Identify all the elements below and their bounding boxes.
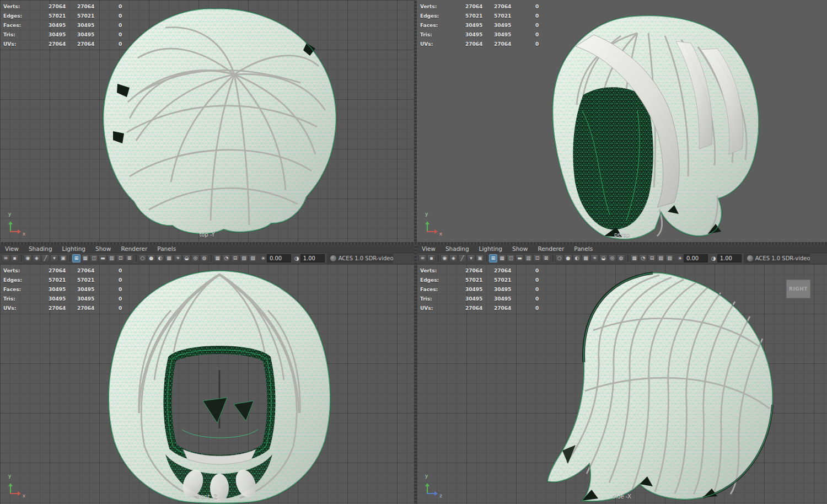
toolbar-separator[interactable]: [69, 255, 71, 262]
pin-panel-icon[interactable]: ▪: [10, 254, 19, 262]
resolution-gate-icon[interactable]: ◫: [90, 254, 98, 262]
isolate-select-icon[interactable]: ⊟: [648, 254, 656, 262]
motion-blur-icon[interactable]: ◍: [617, 254, 625, 262]
flat-shade-icon[interactable]: ◐: [573, 254, 581, 262]
grid-toggle-icon[interactable]: ⊞: [72, 254, 80, 262]
menu-item[interactable]: View: [417, 245, 441, 252]
image-plane-icon[interactable]: ▣: [476, 254, 484, 262]
viewport-persp[interactable]: Verts: 27064 27064 0 Edges: 57021 57021 …: [417, 0, 827, 242]
toolbar-separator[interactable]: [486, 255, 487, 262]
view-transform-select[interactable]: ACES 1.0 SDR-video (s: [327, 254, 393, 263]
bookmarks-icon[interactable]: ▾: [467, 254, 475, 262]
toolbar-separator[interactable]: [211, 255, 212, 262]
toolbar-separator[interactable]: [552, 255, 554, 262]
axis-gizmo[interactable]: y z: [422, 476, 441, 495]
image-plane-icon[interactable]: ▣: [59, 254, 67, 262]
wireframe-mode-icon[interactable]: ○: [138, 254, 147, 262]
menu-item[interactable]: Lighting: [57, 245, 90, 252]
bookmarks-icon[interactable]: ▾: [50, 254, 58, 262]
menu-item[interactable]: Panels: [152, 245, 181, 252]
panel-menu-icon[interactable]: ≡: [418, 254, 427, 262]
use-all-lights-icon[interactable]: ☀: [590, 254, 599, 262]
hud-row: UVs: 27064 27064 0: [420, 304, 539, 313]
viewport-front[interactable]: Verts: 27064 27064 0 Edges: 57021 57021 …: [0, 264, 414, 504]
safe-title-icon[interactable]: ⊠: [125, 254, 133, 262]
isolate-select-icon[interactable]: ⊟: [231, 254, 239, 262]
axis-gizmo[interactable]: y x: [422, 215, 441, 233]
menu-item[interactable]: Renderer: [533, 245, 569, 252]
menu-item[interactable]: Panels: [569, 245, 598, 252]
smooth-shade-icon[interactable]: ●: [147, 254, 155, 262]
hud-label: Verts:: [420, 2, 465, 12]
xray-joints-icon[interactable]: ▨: [665, 254, 674, 262]
exposure-field[interactable]: [684, 254, 708, 262]
axis-gizmo[interactable]: y x: [6, 476, 24, 495]
wireframe-mode-icon[interactable]: ○: [555, 254, 563, 262]
xray-joints-icon[interactable]: ▨: [249, 254, 257, 262]
pin-panel-icon[interactable]: ▪: [427, 254, 436, 262]
toolbar-separator[interactable]: [627, 255, 629, 262]
safe-action-icon[interactable]: ⊡: [533, 254, 541, 262]
menu-item[interactable]: Shading: [24, 245, 57, 252]
lock-camera-icon[interactable]: ◈: [449, 254, 458, 262]
hud-selected: 30495: [77, 294, 119, 304]
hud-extra: 0: [119, 2, 122, 12]
flat-shade-icon[interactable]: ◐: [156, 254, 164, 262]
grid-toggle-icon[interactable]: ⊞: [489, 254, 497, 262]
lock-camera-icon[interactable]: ◈: [33, 254, 41, 262]
xray-icon[interactable]: ▧: [657, 254, 665, 262]
panel-menu-icon[interactable]: ≡: [2, 254, 10, 262]
dof-icon[interactable]: ◔: [639, 254, 647, 262]
ssao-icon[interactable]: ◎: [191, 254, 200, 262]
motion-blur-icon[interactable]: ◍: [200, 254, 208, 262]
menu-item[interactable]: Show: [90, 245, 116, 252]
use-all-lights-icon[interactable]: ☀: [174, 254, 182, 262]
camera-attributes-icon[interactable]: ╱: [458, 254, 466, 262]
multisample-icon[interactable]: ▦: [213, 254, 222, 262]
viewport-side[interactable]: Verts: 27064 27064 0 Edges: 57021 57021 …: [417, 264, 827, 504]
hud-extra: 0: [119, 40, 122, 49]
gate-mask-icon[interactable]: ▬: [99, 254, 107, 262]
select-camera-icon[interactable]: ◉: [441, 254, 449, 262]
hud-extra: 0: [119, 266, 122, 276]
hud-selected: 27064: [494, 2, 535, 12]
menu-item[interactable]: Show: [507, 245, 533, 252]
ssao-icon[interactable]: ◎: [608, 254, 616, 262]
viewport-top[interactable]: Verts: 27064 27064 0 Edges: 57021 57021 …: [0, 0, 414, 242]
xray-icon[interactable]: ▧: [240, 254, 248, 262]
toolbar-separator[interactable]: [136, 255, 137, 262]
toolbar-separator[interactable]: [21, 255, 22, 262]
exposure-field[interactable]: [267, 254, 291, 262]
gate-mask-icon[interactable]: ▬: [515, 254, 524, 262]
smooth-shade-icon[interactable]: ●: [564, 254, 572, 262]
shadows-icon[interactable]: ◒: [599, 254, 608, 262]
menu-item[interactable]: Lighting: [474, 245, 507, 252]
dof-icon[interactable]: ◔: [222, 254, 230, 262]
view-transform-select[interactable]: ACES 1.0 SDR-video (s: [744, 254, 810, 263]
film-gate-icon[interactable]: ▦: [498, 254, 506, 262]
menu-item[interactable]: Renderer: [116, 245, 152, 252]
menu-item[interactable]: View: [0, 245, 24, 252]
textured-mode-icon[interactable]: ▩: [582, 254, 590, 262]
axis-gizmo[interactable]: y x: [6, 215, 24, 233]
safe-action-icon[interactable]: ⊡: [116, 254, 125, 262]
field-chart-icon[interactable]: ▥: [108, 254, 116, 262]
camera-attributes-icon[interactable]: ╱: [41, 254, 50, 262]
gamma-field[interactable]: [300, 254, 325, 262]
hud-total: 30495: [49, 30, 77, 40]
gamma-field[interactable]: [717, 254, 742, 262]
film-gate-icon[interactable]: ▦: [81, 254, 89, 262]
textured-mode-icon[interactable]: ▩: [165, 254, 173, 262]
field-chart-icon[interactable]: ▥: [524, 254, 533, 262]
hud-row: Tris: 30495 30495 0: [3, 294, 122, 304]
menu-item[interactable]: Shading: [441, 245, 474, 252]
hud-label: Edges:: [3, 276, 49, 285]
multisample-icon[interactable]: ▦: [630, 254, 638, 262]
select-camera-icon[interactable]: ◉: [24, 254, 32, 262]
resolution-gate-icon[interactable]: ◫: [507, 254, 515, 262]
toolbar-separator[interactable]: [438, 255, 439, 262]
safe-title-icon[interactable]: ⊠: [542, 254, 550, 262]
hud-selected: 27064: [494, 266, 535, 276]
shadows-icon[interactable]: ◒: [182, 254, 191, 262]
hud-selected: 27064: [77, 2, 119, 12]
